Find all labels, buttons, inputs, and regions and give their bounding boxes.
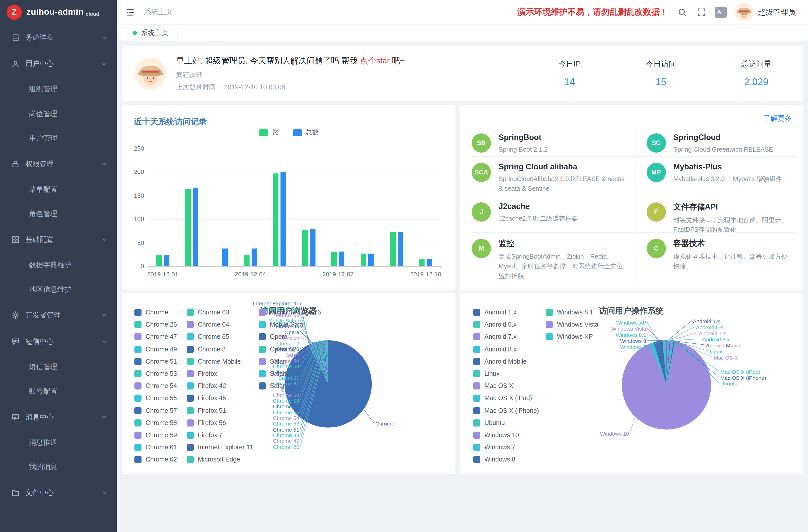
sidebar-subitem-dict[interactable]: 数据字典维护 <box>0 253 117 277</box>
legend-item[interactable]: Chrome 62 <box>134 454 187 466</box>
bar-总数-2019-12-02[interactable] <box>193 188 199 266</box>
bar-chart[interactable]: 0501001502002502019-12-012019-12-042019-… <box>148 149 440 266</box>
legend-item[interactable]: Android 1.x <box>473 306 546 318</box>
legend-item-you[interactable]: 您 <box>258 128 278 137</box>
legend-item[interactable]: Chrome 47 <box>134 331 187 343</box>
legend-item[interactable]: Firefox 56 <box>187 417 259 429</box>
learn-more-link[interactable]: 了解更多 <box>764 114 792 123</box>
legend-item[interactable]: Windows 10 <box>473 429 546 441</box>
bar-您-2019-12-10[interactable] <box>419 259 425 266</box>
legend-item[interactable]: Chrome 55 <box>134 392 187 404</box>
bar-您-2019-12-05[interactable] <box>273 173 278 266</box>
legend-item[interactable]: Chrome 51 <box>134 355 187 368</box>
legend-item[interactable]: Mac OS X (iPhone) <box>473 404 546 417</box>
avatar[interactable] <box>735 3 753 21</box>
bar-总数-2019-12-01[interactable] <box>164 255 169 266</box>
bar-总数-2019-12-04[interactable] <box>251 248 257 266</box>
legend-item[interactable]: Chrome Mobile <box>187 355 259 368</box>
tab-home[interactable]: 系统主页 <box>124 25 178 41</box>
legend-item[interactable]: Chrome 57 <box>134 404 187 417</box>
legend-item[interactable]: Chrome 49 <box>134 343 187 355</box>
bar-您-2019-12-04[interactable] <box>244 255 249 266</box>
legend-item[interactable]: Windows Vista <box>546 318 612 331</box>
font-size-button[interactable]: A⁺ <box>715 6 727 18</box>
legend-item[interactable]: Chrome 8 <box>187 343 259 355</box>
sidebar-subitem-post[interactable]: 岗位管理 <box>0 102 117 126</box>
sidebar-item-user-center[interactable]: 用户中心 <box>0 51 117 77</box>
sidebar-subitem-push[interactable]: 消息推送 <box>0 430 117 455</box>
star-link[interactable]: 点个star <box>360 56 389 65</box>
bar-您-2019-12-03[interactable] <box>215 266 220 266</box>
legend-item[interactable]: Chrome 65 <box>187 331 259 343</box>
bar-总数-2019-12-09[interactable] <box>398 232 403 266</box>
sidebar-subitem-region[interactable]: 地区信息维护 <box>0 277 117 302</box>
legend-item-total[interactable]: 总数 <box>292 128 319 137</box>
sidebar-item-sms-center[interactable]: 短信中心 <box>0 328 117 355</box>
legend-item[interactable]: Mobile Safari <box>259 318 325 331</box>
legend-item[interactable]: Internet Explorer 11 <box>187 441 259 453</box>
legend-item[interactable]: Microsoft Edge <box>187 454 259 466</box>
bar-您-2019-12-02[interactable] <box>185 189 191 266</box>
bar-总数-2019-12-10[interactable] <box>426 259 432 266</box>
sidebar-item-file-center[interactable]: 文件中心 <box>0 479 117 506</box>
bar-您-2019-12-06[interactable] <box>302 230 308 266</box>
bar-总数-2019-12-06[interactable] <box>310 229 315 266</box>
sidebar-subitem-menu[interactable]: 菜单配置 <box>0 177 117 202</box>
legend-item[interactable]: Android 7.x <box>473 331 546 343</box>
legend-item[interactable]: Firefox 7 <box>187 429 259 441</box>
legend-item[interactable]: Chrome 53 <box>134 368 187 380</box>
sidebar-subitem-user[interactable]: 用户管理 <box>0 126 117 151</box>
sidebar-subitem-mymsg[interactable]: 我的消息 <box>0 455 117 479</box>
sidebar-item-must-read[interactable]: 务必详看 <box>0 24 117 51</box>
legend-item[interactable]: Windows 7 <box>473 441 546 453</box>
bar-总数-2019-12-07[interactable] <box>339 252 345 266</box>
os-pie-chart[interactable] <box>622 340 711 429</box>
legend-item[interactable]: Chrome <box>134 306 187 318</box>
sidebar-item-developer[interactable]: 开发者管理 <box>0 302 117 328</box>
breadcrumb[interactable]: 系统主页 <box>144 7 172 17</box>
legend-item[interactable]: Microsoft Edge 16 <box>259 306 325 318</box>
legend-item[interactable]: Android Mobile <box>473 355 546 368</box>
legend-item[interactable]: Mac OS X (iPad) <box>473 392 546 404</box>
sidebar-subitem-sms[interactable]: 短信管理 <box>0 355 117 379</box>
legend-item[interactable]: Chrome 58 <box>134 417 187 429</box>
bar-您-2019-12-09[interactable] <box>390 232 396 266</box>
browser-pie-chart[interactable] <box>284 340 372 427</box>
legend-item[interactable]: Opera <box>259 331 325 343</box>
menu-fold-icon[interactable] <box>125 7 135 18</box>
bar-您-2019-12-01[interactable] <box>156 255 162 266</box>
sidebar-item-permission[interactable]: 权限管理 <box>0 151 117 177</box>
app-logo[interactable]: Z zuihou-admin cloud <box>0 0 117 24</box>
bar-您-2019-12-08[interactable] <box>361 254 366 266</box>
legend-item[interactable]: Chrome 59 <box>134 429 187 441</box>
legend-item[interactable]: Android 8.x <box>473 343 546 355</box>
legend-item[interactable]: Windows 8 <box>473 454 546 466</box>
fullscreen-icon[interactable] <box>696 7 706 17</box>
legend-item[interactable]: Firefox 45 <box>187 392 259 404</box>
legend-item[interactable]: Mac OS X <box>473 380 546 392</box>
bar-总数-2019-12-05[interactable] <box>280 172 286 266</box>
legend-item[interactable]: Chrome 54 <box>134 380 187 392</box>
username[interactable]: 超级管理员 <box>758 7 796 17</box>
bar-您-2019-12-07[interactable] <box>331 252 337 266</box>
legend-item[interactable]: Firefox <box>187 368 259 380</box>
legend-item[interactable]: Ubuntu <box>473 417 546 429</box>
sidebar-item-message-center[interactable]: 消息中心 <box>0 404 117 430</box>
legend-item[interactable]: Chrome 26 <box>134 318 187 331</box>
legend-item[interactable]: Linux <box>473 368 546 380</box>
legend-item[interactable]: Chrome 63 <box>187 306 259 318</box>
legend-item[interactable]: Chrome 64 <box>187 318 259 331</box>
sidebar-item-base-config[interactable]: 基础配置 <box>0 226 117 253</box>
search-icon[interactable] <box>677 7 687 17</box>
sidebar-subitem-role[interactable]: 角色管理 <box>0 202 117 226</box>
sidebar-subitem-account[interactable]: 账号配置 <box>0 379 117 404</box>
legend-item[interactable]: Firefox 42 <box>187 380 259 392</box>
sidebar-subitem-org[interactable]: 组织管理 <box>0 77 117 102</box>
legend-item[interactable]: Windows XP <box>546 331 612 343</box>
legend-item[interactable]: Android 6.x <box>473 318 546 331</box>
bar-总数-2019-12-03[interactable] <box>222 248 228 266</box>
legend-item[interactable]: Firefox 51 <box>187 404 259 417</box>
legend-item[interactable]: Chrome 61 <box>134 441 187 453</box>
legend-item[interactable]: Windows 8.1 <box>546 306 612 318</box>
bar-总数-2019-12-08[interactable] <box>368 254 374 266</box>
